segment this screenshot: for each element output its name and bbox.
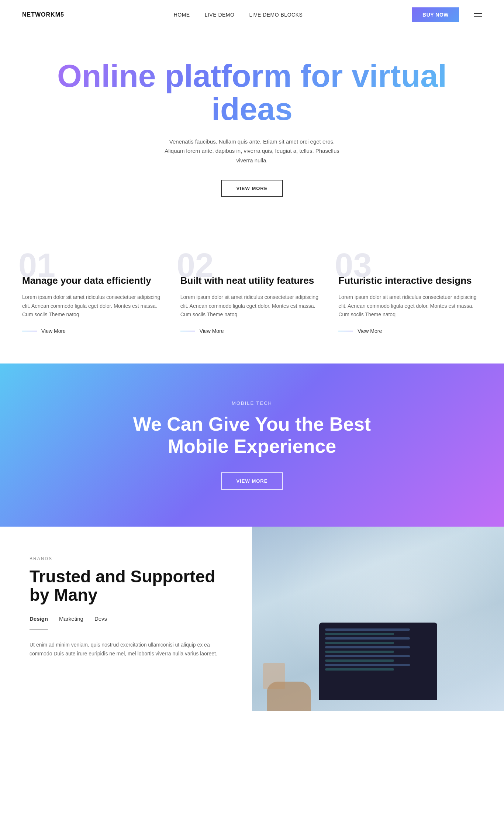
brands-right-image — [252, 527, 504, 711]
feature-card-2: 02 Built with neat utility features Lore… — [180, 256, 324, 334]
screen-line-10 — [325, 668, 394, 671]
nav-link-live-demo-blocks[interactable]: LIVE DEMO BLOCKS — [249, 12, 303, 18]
mobile-banner-title: We Can Give You the Best Mobile Experien… — [123, 413, 381, 458]
nav-links: HOME LIVE DEMO LIVE DEMO BLOCKS — [174, 11, 303, 18]
hamburger-line-2 — [474, 16, 482, 17]
brands-tab-devs[interactable]: Devs — [94, 616, 107, 626]
feature-link-label-3: View More — [358, 328, 382, 334]
feature-link-line-2 — [180, 331, 195, 331]
brands-left: BRANDS Trusted and Supported by Many Des… — [0, 527, 252, 711]
nav-item-live-demo-blocks[interactable]: LIVE DEMO BLOCKS — [249, 11, 303, 18]
feature-title-2: Built with neat utility features — [180, 275, 324, 287]
laptop-bg — [252, 527, 504, 711]
brands-desc: Ut enim ad minim veniam, quis nostrud ex… — [30, 641, 230, 658]
feature-content-1: Manage your data efficiently Lorem ipsum… — [22, 263, 166, 334]
features-section: 01 Manage your data efficiently Lorem ip… — [0, 234, 504, 364]
hamburger-menu[interactable] — [474, 13, 482, 17]
brands-tabs: Design Marketing Devs — [30, 616, 230, 630]
hero-section: Online platform for virtual ideas Venena… — [0, 30, 504, 234]
laptop-image-area — [252, 527, 504, 711]
feature-link-line-1 — [22, 331, 37, 331]
screen-line-3 — [325, 637, 410, 640]
navbar: NETWORKM5 HOME LIVE DEMO LIVE DEMO BLOCK… — [0, 0, 504, 30]
nav-item-live-demo[interactable]: LIVE DEMO — [205, 11, 235, 18]
brands-title: Trusted and Supported by Many — [30, 567, 230, 604]
feature-link-label-2: View More — [200, 328, 224, 334]
screen-line-9 — [325, 664, 410, 666]
hand — [267, 682, 311, 711]
logo[interactable]: NETWORKM5 — [22, 11, 64, 18]
feature-title-3: Futuristic interactive designs — [338, 275, 482, 287]
screen-line-7 — [325, 655, 410, 657]
nav-link-live-demo[interactable]: LIVE DEMO — [205, 12, 235, 18]
hamburger-line-1 — [474, 13, 482, 14]
brands-section: BRANDS Trusted and Supported by Many Des… — [0, 527, 504, 711]
mobile-banner-section: MOBILE TECH We Can Give You the Best Mob… — [0, 364, 504, 527]
laptop-screen — [319, 623, 437, 700]
brands-tab-design[interactable]: Design — [30, 616, 48, 630]
screen-line-8 — [325, 659, 394, 662]
screen-content — [319, 623, 437, 679]
screen-line-5 — [325, 646, 410, 648]
nav-item-home[interactable]: HOME — [174, 11, 190, 18]
feature-link-line-3 — [338, 331, 353, 331]
feature-link-label-1: View More — [41, 328, 66, 334]
nav-link-home[interactable]: HOME — [174, 12, 190, 18]
brands-tag: BRANDS — [30, 556, 230, 561]
screen-line-2 — [325, 633, 394, 635]
feature-title-1: Manage your data efficiently — [22, 275, 166, 287]
feature-link-2[interactable]: View More — [180, 328, 324, 334]
feature-content-3: Futuristic interactive designs Lorem ips… — [338, 263, 482, 334]
feature-desc-1: Lorem ipsum dolor sit amet ridiculus con… — [22, 293, 166, 319]
buy-now-button[interactable]: BUY NOW — [412, 7, 459, 22]
feature-card-3: 03 Futuristic interactive designs Lorem … — [338, 256, 482, 334]
feature-link-1[interactable]: View More — [22, 328, 166, 334]
mobile-banner-tag: MOBILE TECH — [22, 400, 482, 406]
hero-cta-button[interactable]: VIEW MORE — [221, 180, 283, 197]
feature-desc-3: Lorem ipsum dolor sit amet ridiculus con… — [338, 293, 482, 319]
hero-subtitle: Venenatis faucibus. Nullam quis ante. Et… — [160, 137, 344, 165]
screen-line-1 — [325, 628, 410, 631]
brands-tab-marketing[interactable]: Marketing — [59, 616, 83, 626]
hero-title: Online platform for virtual ideas — [22, 59, 482, 126]
feature-content-2: Built with neat utility features Lorem i… — [180, 263, 324, 334]
screen-line-6 — [325, 651, 394, 653]
screen-line-4 — [325, 642, 394, 644]
mobile-banner-cta-button[interactable]: VIEW MORE — [221, 472, 283, 490]
feature-card-1: 01 Manage your data efficiently Lorem ip… — [22, 256, 166, 334]
feature-link-3[interactable]: View More — [338, 328, 482, 334]
feature-desc-2: Lorem ipsum dolor sit amet ridiculus con… — [180, 293, 324, 319]
